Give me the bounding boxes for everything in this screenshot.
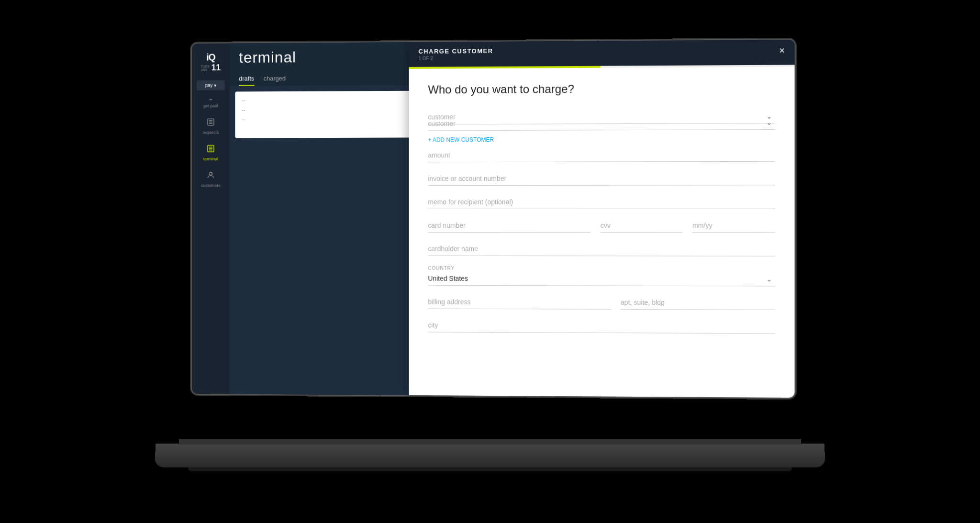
panel-header: CHARGE CUSTOMER 1 OF 2 × — [409, 39, 795, 67]
svg-point-8 — [209, 172, 212, 175]
laptop-hinge — [179, 439, 801, 445]
day-of-week: TUES — [200, 64, 209, 67]
country-select-wrapper: United States ⌄ — [428, 271, 775, 286]
tab-drafts[interactable]: drafts — [239, 72, 254, 86]
pay-button[interactable]: pay ▾ — [197, 80, 225, 90]
sidebar-item-label: get paid — [203, 103, 218, 108]
customer-field-label: customer — [428, 115, 769, 130]
add-new-customer-link[interactable]: + ADD NEW CUSTOMER — [428, 136, 494, 143]
mmyy-group — [692, 219, 775, 233]
sidebar-item-label: requests — [202, 130, 219, 134]
invoice-group — [428, 171, 775, 185]
card-row — [428, 219, 775, 243]
cvv-group — [601, 219, 683, 233]
panel-header-left: CHARGE CUSTOMER 1 OF 2 — [418, 47, 493, 61]
app-logo: iQ — [206, 52, 215, 63]
amount-input[interactable] — [428, 147, 775, 162]
cardholder-group — [428, 242, 775, 256]
sidebar-item-get-paid[interactable]: ━ get paid — [192, 92, 229, 113]
sidebar: iQ TUES JAN 11 pay ▾ ━ get paid — [192, 43, 229, 394]
mmyy-input[interactable] — [692, 219, 775, 233]
sidebar-item-terminal[interactable]: terminal — [192, 139, 229, 166]
city-group — [428, 318, 775, 334]
sidebar-item-customers[interactable]: customers — [192, 166, 229, 193]
sidebar-item-requests[interactable]: requests — [192, 113, 229, 140]
tab-charged[interactable]: charged — [264, 72, 286, 86]
billing-row — [428, 295, 775, 320]
get-paid-icon: ━ — [209, 97, 212, 102]
apt-input[interactable] — [621, 295, 775, 310]
sidebar-item-label: customers — [201, 183, 221, 188]
charge-panel: CHARGE CUSTOMER 1 OF 2 × Who do you want… — [409, 39, 795, 397]
month: JAN — [200, 67, 209, 71]
panel-title: CHARGE CUSTOMER — [418, 47, 493, 55]
app-title: terminal — [239, 48, 296, 66]
requests-icon — [207, 118, 215, 129]
card-number-group — [428, 219, 590, 233]
close-button[interactable]: × — [779, 45, 785, 55]
billing-address-input[interactable] — [428, 295, 611, 309]
panel-question: Who do you want to charge? — [428, 81, 775, 97]
terminal-icon — [207, 144, 215, 155]
logo-area: iQ TUES JAN 11 — [200, 48, 221, 77]
panel-step: 1 OF 2 — [418, 55, 493, 61]
amount-group — [428, 147, 775, 162]
city-input[interactable] — [428, 318, 775, 334]
invoice-input[interactable] — [428, 171, 775, 185]
date-day: 11 — [212, 63, 221, 73]
cardholder-input[interactable] — [428, 242, 775, 256]
laptop-base — [154, 444, 825, 467]
apt-group — [621, 295, 775, 310]
customer-label-display: customer ⌄ — [428, 115, 775, 134]
customers-icon — [207, 171, 215, 182]
card-number-input[interactable] — [428, 219, 590, 233]
country-value: United States — [428, 271, 769, 286]
country-group: COUNTRY United States ⌄ — [428, 265, 775, 286]
customer-select-display: customer ⌄ — [428, 115, 775, 131]
billing-address-group — [428, 295, 611, 309]
country-label: COUNTRY — [428, 265, 775, 271]
panel-body: Who do you want to charge? ⌄ customer — [409, 67, 795, 358]
sidebar-item-label: terminal — [203, 156, 218, 161]
memo-group — [428, 195, 775, 209]
memo-input[interactable] — [428, 195, 775, 209]
cvv-input[interactable] — [601, 219, 683, 233]
